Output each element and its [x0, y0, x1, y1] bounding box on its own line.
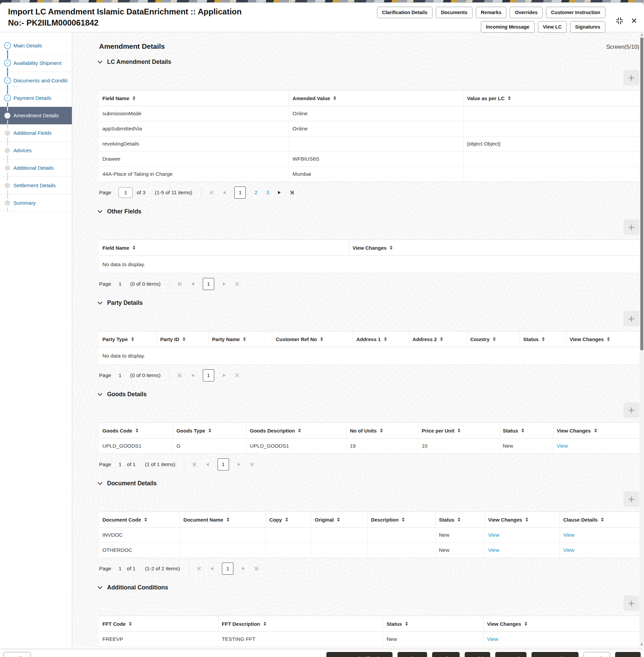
first-page-button[interactable]	[178, 282, 183, 286]
first-page-button[interactable]	[198, 567, 202, 571]
next-page-button[interactable]	[223, 374, 226, 377]
column-header-view-changes[interactable]: View Changes	[567, 331, 639, 347]
sort-icon[interactable]	[458, 429, 460, 433]
add-row-button[interactable]: +	[623, 491, 639, 507]
column-header-no-of-units[interactable]: No of Units	[346, 423, 418, 438]
column-header-fft-code[interactable]: FFT Code	[99, 616, 218, 632]
page-input[interactable]	[118, 187, 133, 198]
footer-button-save-close[interactable]: Save & Close	[531, 652, 578, 657]
previous-page-button[interactable]	[206, 463, 209, 466]
add-row-button[interactable]: +	[623, 311, 639, 326]
sidebar-item-documents-and-conditi[interactable]: ✓Documents and Conditi...	[0, 72, 72, 89]
sort-icon[interactable]	[334, 96, 336, 101]
previous-page-button[interactable]	[210, 567, 213, 570]
sidebar-item-main-details[interactable]: ✓Main Details	[0, 37, 72, 54]
sort-icon[interactable]	[542, 337, 545, 342]
section-header-goods-details[interactable]: Goods Details	[99, 390, 639, 398]
collapse-icon[interactable]	[616, 17, 623, 25]
scroll-up-arrow[interactable]: ▲	[640, 33, 644, 36]
section-header-document-details[interactable]: Document Details	[99, 479, 639, 487]
column-header-field-name[interactable]: Field Name	[99, 90, 289, 106]
header-button-incoming-message[interactable]: Incoming Message	[481, 21, 534, 32]
column-header-goods-description[interactable]: Goods Description	[247, 423, 346, 438]
sort-icon[interactable]	[525, 622, 527, 626]
column-header-goods-code[interactable]: Goods Code	[99, 423, 173, 438]
scrollbar-thumb[interactable]	[640, 38, 643, 350]
header-button-signatures[interactable]: Signatures	[570, 21, 605, 32]
column-header-amended-value[interactable]: Amended Value	[289, 90, 464, 106]
header-button-customer-instruction[interactable]: Customer Instruction	[546, 7, 605, 18]
sort-icon[interactable]	[493, 337, 496, 342]
sort-icon[interactable]	[337, 518, 340, 522]
sort-icon[interactable]	[136, 429, 138, 433]
current-page-button[interactable]: 1	[222, 563, 233, 575]
column-header-customer-ref-no[interactable]: Customer Ref No	[272, 331, 353, 347]
add-row-button[interactable]: +	[623, 595, 639, 611]
last-page-button[interactable]	[234, 373, 239, 377]
column-header-status[interactable]: Status	[383, 616, 483, 632]
column-header-goods-type[interactable]: Goods Type	[173, 423, 247, 438]
view-link[interactable]: View	[557, 443, 568, 449]
column-header-address-1[interactable]: Address 1	[353, 331, 409, 347]
footer-button-back[interactable]: Back	[583, 652, 610, 657]
sort-icon[interactable]	[390, 246, 392, 250]
sort-icon[interactable]	[522, 429, 524, 433]
sort-icon[interactable]	[508, 96, 511, 101]
column-header-copy[interactable]: Copy	[266, 512, 311, 527]
next-page-button[interactable]	[238, 463, 240, 466]
view-link[interactable]: View	[488, 547, 499, 553]
sort-icon[interactable]	[144, 518, 147, 522]
column-header-price-per-unit[interactable]: Price per Unit	[418, 423, 499, 438]
next-page-button[interactable]	[223, 282, 226, 286]
add-row-button[interactable]: +	[623, 70, 639, 85]
sort-icon[interactable]	[129, 622, 132, 626]
sort-icon[interactable]	[458, 518, 460, 522]
current-page-button[interactable]: 1	[203, 369, 214, 381]
column-header-field-name[interactable]: Field Name	[99, 240, 349, 256]
sort-icon[interactable]	[133, 96, 135, 101]
footer-button-audit[interactable]: Audit	[3, 652, 31, 657]
last-page-button[interactable]	[249, 462, 253, 466]
sort-icon[interactable]	[298, 429, 301, 433]
sidebar-item-payment-details[interactable]: ✓Payment Details	[0, 89, 72, 107]
footer-button-cancel[interactable]: Cancel	[495, 652, 527, 657]
column-header-document-name[interactable]: Document Name	[180, 512, 266, 527]
column-header-party-id[interactable]: Party ID	[157, 331, 208, 347]
first-page-button[interactable]	[210, 191, 214, 195]
previous-page-button[interactable]	[191, 374, 194, 377]
sort-icon[interactable]	[440, 337, 443, 342]
sidebar-item-summary[interactable]: Summary	[0, 194, 72, 212]
close-icon[interactable]: ✕	[631, 17, 637, 25]
sort-icon[interactable]	[601, 518, 604, 522]
column-header-document-code[interactable]: Document Code	[99, 512, 180, 527]
last-page-button[interactable]	[290, 191, 294, 195]
footer-button-refer[interactable]: Refer	[432, 652, 460, 657]
sidebar-item-additional-fields[interactable]: Additional Fields	[0, 124, 72, 142]
column-header-status[interactable]: Status	[436, 512, 484, 527]
column-header-clause-details[interactable]: Clause Details	[560, 512, 639, 527]
page-link-2[interactable]: 2	[254, 190, 257, 196]
sidebar-item-availability-shipment[interactable]: ✓Availability Shipment	[0, 54, 72, 72]
column-header-description[interactable]: Description	[368, 512, 436, 527]
first-page-button[interactable]	[193, 462, 198, 466]
current-page-button[interactable]: 1	[203, 278, 214, 290]
section-header-additional-conditions[interactable]: Additional Conditions	[99, 584, 639, 591]
current-page-button[interactable]: 1	[234, 187, 246, 199]
sort-icon[interactable]	[243, 337, 246, 342]
sort-icon[interactable]	[263, 622, 266, 626]
column-header-party-name[interactable]: Party Name	[209, 331, 273, 347]
last-page-button[interactable]	[253, 567, 258, 571]
sort-icon[interactable]	[133, 246, 135, 250]
sort-icon[interactable]	[227, 518, 229, 522]
page-link-3[interactable]: 3	[266, 190, 269, 196]
header-button-clarification-details[interactable]: Clarification Details	[377, 7, 433, 18]
vertical-scrollbar[interactable]: ▲ ▼	[640, 32, 644, 647]
next-page-button[interactable]	[242, 567, 245, 570]
sort-icon[interactable]	[183, 337, 185, 342]
footer-button-request-clarification[interactable]: Request Clarification	[326, 652, 392, 657]
footer-button-hold[interactable]: Hold	[465, 652, 490, 657]
scroll-down-arrow[interactable]: ▼	[640, 643, 644, 646]
view-link[interactable]: View	[488, 532, 499, 538]
header-button-view-lc[interactable]: View LC	[538, 21, 567, 32]
column-header-party-type[interactable]: Party Type	[99, 331, 157, 347]
